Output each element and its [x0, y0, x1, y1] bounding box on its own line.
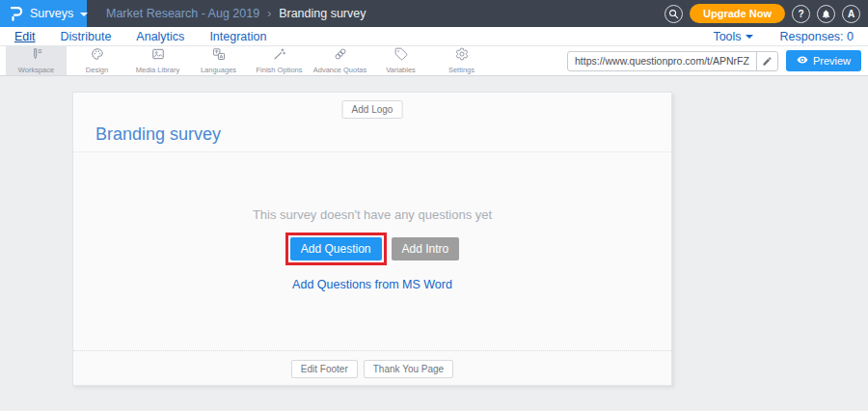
toolbar-item-label: Finish Options	[257, 66, 303, 74]
eye-icon	[797, 54, 808, 68]
breadcrumb-separator: ›	[267, 7, 271, 20]
nav-right: Tools Responses: 0	[713, 30, 854, 43]
survey-title[interactable]: Branding survey	[95, 124, 221, 145]
add-intro-button[interactable]: Add Intro	[392, 237, 460, 260]
add-buttons-row: Add Question Add Intro	[73, 233, 671, 265]
toolbar-item-label: Media Library	[136, 66, 179, 74]
magic-wand-icon	[273, 47, 286, 65]
tools-label: Tools	[713, 30, 741, 43]
survey-card-header: Add Logo Branding survey	[73, 93, 671, 152]
empty-survey-message: This survey doesn't have any questions y…	[73, 207, 671, 222]
edit-url-pencil-icon[interactable]	[756, 51, 777, 71]
gear-icon	[455, 47, 469, 65]
image-icon	[151, 47, 165, 65]
toolbar-item-finish-options[interactable]: Finish Options	[249, 46, 310, 75]
breadcrumb-parent[interactable]: Market Research - Aug 2019	[106, 7, 259, 20]
header-actions: Upgrade Now ? A	[665, 4, 868, 23]
toolbar-item-label: Variables	[386, 66, 416, 74]
toolbar-item-label: Languages	[201, 66, 236, 74]
palette-icon	[91, 47, 104, 65]
app-logo-menu[interactable]: Surveys	[0, 0, 87, 27]
add-logo-button[interactable]: Add Logo	[342, 100, 403, 119]
survey-card: Add Logo Branding survey This survey doe…	[72, 92, 672, 386]
avatar[interactable]: A	[842, 5, 860, 23]
toolbar-item-media-library[interactable]: Media Library	[127, 46, 188, 75]
toolbar-right: https://www.questionpro.com/t/APNrFZ Pre…	[567, 46, 868, 75]
tab-integration[interactable]: Integration	[209, 30, 266, 43]
tab-distribute[interactable]: Distribute	[61, 30, 112, 43]
edit-toolbar: Workspace Design Media Library Languages…	[0, 46, 868, 76]
toolbar-item-label: Workspace	[18, 66, 54, 74]
add-questions-ms-word-link[interactable]: Add Questions from MS Word	[292, 278, 452, 291]
highlight-annotation: Add Question	[285, 233, 387, 265]
preview-button[interactable]: Preview	[786, 50, 861, 71]
toolbar-item-settings[interactable]: Settings	[431, 46, 492, 75]
responses-count[interactable]: Responses: 0	[780, 30, 854, 43]
notifications-bell-icon[interactable]	[817, 5, 835, 23]
toolbar-item-advance-quotas[interactable]: Advance Quotas	[310, 46, 370, 75]
edit-footer-button[interactable]: Edit Footer	[291, 360, 358, 378]
chevron-down-icon	[746, 35, 753, 39]
breadcrumb: Market Research - Aug 2019 › Branding su…	[106, 7, 366, 20]
translate-icon	[212, 47, 226, 65]
breadcrumb-current: Branding survey	[279, 7, 366, 20]
upgrade-now-button[interactable]: Upgrade Now	[690, 4, 785, 23]
questionpro-logo-icon	[9, 5, 23, 22]
toolbar-item-label: Settings	[448, 66, 475, 74]
toolbar-item-variables[interactable]: Variables	[370, 46, 431, 75]
survey-card-body: This survey doesn't have any questions y…	[73, 152, 671, 350]
survey-card-footer: Edit Footer Thank You Page	[73, 350, 671, 386]
toolbar-item-label: Design	[86, 66, 108, 74]
tab-edit[interactable]: Edit	[14, 30, 36, 43]
chevron-down-icon	[80, 13, 88, 16]
thank-you-page-button[interactable]: Thank You Page	[364, 360, 453, 378]
top-header: Surveys Market Research - Aug 2019 › Bra…	[0, 0, 868, 27]
toolbar-item-label: Advance Quotas	[313, 66, 366, 74]
preview-label: Preview	[813, 55, 851, 67]
tab-analytics[interactable]: Analytics	[136, 30, 184, 43]
survey-nav: Edit Distribute Analytics Integration To…	[0, 27, 868, 46]
pencil-list-icon	[30, 47, 43, 65]
toolbar-item-languages[interactable]: Languages	[188, 46, 249, 75]
survey-url-value[interactable]: https://www.questionpro.com/t/APNrFZ	[568, 55, 756, 67]
chain-links-icon	[334, 47, 347, 65]
survey-url-box: https://www.questionpro.com/t/APNrFZ	[567, 51, 778, 71]
search-icon[interactable]	[665, 5, 683, 23]
tools-menu[interactable]: Tools	[713, 30, 752, 43]
surveys-menu-label: Surveys	[30, 7, 73, 20]
toolbar-item-design[interactable]: Design	[67, 46, 127, 75]
toolbar-item-workspace[interactable]: Workspace	[6, 46, 67, 75]
help-button[interactable]: ?	[792, 5, 810, 23]
add-question-button[interactable]: Add Question	[290, 237, 382, 260]
tag-icon	[394, 47, 408, 65]
